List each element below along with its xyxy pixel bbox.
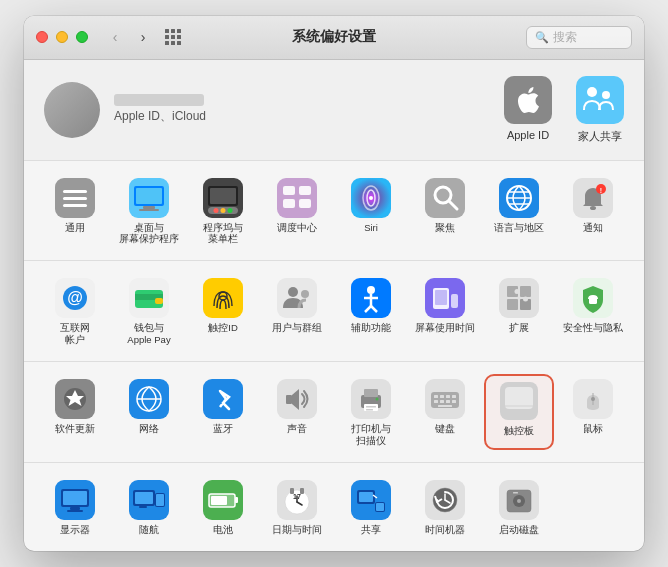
extensions-icon: [498, 277, 540, 319]
icon-sharing[interactable]: 共享: [336, 475, 406, 539]
svg-point-16: [214, 208, 219, 213]
icon-dock[interactable]: 程序坞与菜单栏: [188, 173, 258, 249]
svg-text:!: !: [600, 186, 602, 193]
grid-icon: [165, 29, 181, 45]
mission-icon: [276, 177, 318, 219]
svg-rect-108: [67, 510, 83, 512]
search-box[interactable]: 🔍 搜索: [526, 26, 632, 49]
row3-grid: 软件更新 网络: [40, 374, 628, 450]
icon-displays[interactable]: 显示器: [40, 475, 110, 539]
language-icon: [498, 177, 540, 219]
svg-point-53: [367, 286, 375, 294]
wallet-label: 钱包与Apple Pay: [127, 322, 170, 345]
svg-rect-19: [277, 178, 317, 218]
sound-icon: [276, 378, 318, 420]
extensions-label: 扩展: [509, 322, 529, 333]
timemachine-icon: [424, 479, 466, 521]
profile-name-bar: [114, 94, 204, 106]
icon-language[interactable]: 语言与地区: [484, 173, 554, 249]
icon-internet[interactable]: @ 互联网帐户: [40, 273, 110, 349]
icon-trackpad[interactable]: 触控板: [484, 374, 554, 450]
maximize-button[interactable]: [76, 31, 88, 43]
svg-rect-49: [277, 278, 317, 318]
timemachine-label: 时间机器: [425, 524, 465, 535]
icon-startup[interactable]: 启动磁盘: [484, 475, 554, 539]
svg-rect-90: [446, 395, 450, 398]
svg-rect-4: [63, 190, 87, 193]
datetime-icon: 17: [276, 479, 318, 521]
forward-button[interactable]: ›: [132, 26, 154, 48]
apple-id-icon: [504, 76, 552, 124]
svg-rect-99: [505, 387, 533, 409]
svg-rect-6: [63, 204, 87, 207]
icon-users[interactable]: 用户与群组: [262, 273, 332, 349]
icon-wallet[interactable]: 钱包与Apple Pay: [114, 273, 184, 349]
bluetooth-label: 蓝牙: [213, 423, 233, 434]
svg-rect-94: [446, 400, 450, 403]
icon-touchid[interactable]: 触控ID: [188, 273, 258, 349]
minimize-button[interactable]: [56, 31, 68, 43]
close-button[interactable]: [36, 31, 48, 43]
icon-sound[interactable]: 声音: [262, 374, 332, 450]
icon-notifications[interactable]: ! 通知: [558, 173, 628, 249]
avatar[interactable]: [44, 82, 100, 138]
search-input[interactable]: 搜索: [553, 29, 623, 46]
svg-rect-97: [438, 405, 452, 407]
bluetooth-icon: [202, 378, 244, 420]
svg-rect-64: [520, 286, 531, 297]
icon-accessibility[interactable]: 辅助功能: [336, 273, 406, 349]
datetime-label: 日期与时间: [272, 524, 322, 535]
sharing-label: 共享: [361, 524, 381, 535]
svg-rect-46: [155, 298, 163, 304]
icon-desktop[interactable]: 桌面与屏幕保护程序: [114, 173, 184, 249]
icon-battery[interactable]: 电池: [188, 475, 258, 539]
software-update-icon: [54, 378, 96, 420]
svg-rect-92: [434, 400, 438, 403]
svg-point-68: [523, 297, 528, 302]
titlebar: ‹ › 系统偏好设置 🔍 搜索: [24, 16, 644, 60]
printers-icon: [350, 378, 392, 420]
svg-rect-81: [364, 389, 378, 397]
battery-label: 电池: [213, 524, 233, 535]
desktop-label: 桌面与屏幕保护程序: [119, 222, 179, 245]
icon-security[interactable]: 安全性与隐私: [558, 273, 628, 349]
svg-rect-23: [299, 199, 311, 208]
icon-siri[interactable]: Siri: [336, 173, 406, 249]
icon-datetime[interactable]: 17 日期与时间: [262, 475, 332, 539]
icon-timemachine[interactable]: 时间机器: [410, 475, 480, 539]
sidecar-icon: [128, 479, 170, 521]
icon-software-update[interactable]: 软件更新: [40, 374, 110, 450]
icon-printers[interactable]: 打印机与扫描仪: [336, 374, 406, 450]
icon-general[interactable]: 通用: [40, 173, 110, 249]
svg-rect-83: [366, 406, 376, 408]
svg-rect-112: [139, 506, 147, 508]
icon-sidecar[interactable]: 随航: [114, 475, 184, 539]
displays-icon: [54, 479, 96, 521]
grid-button[interactable]: [162, 26, 184, 48]
profile-section: Apple ID、iCloud Apple ID: [24, 60, 644, 161]
family-sharing-button[interactable]: 家人共享: [576, 76, 624, 144]
svg-rect-139: [513, 492, 518, 494]
icon-screentime[interactable]: 屏幕使用时间: [410, 273, 480, 349]
software-update-label: 软件更新: [55, 423, 95, 434]
svg-rect-117: [211, 496, 227, 505]
svg-rect-76: [203, 379, 243, 419]
svg-text:@: @: [67, 289, 83, 306]
network-label: 网络: [139, 423, 159, 434]
apple-id-button[interactable]: Apple ID: [504, 76, 552, 144]
icon-bluetooth[interactable]: 蓝牙: [188, 374, 258, 450]
svg-point-1: [587, 87, 597, 97]
svg-point-138: [517, 499, 521, 503]
svg-point-27: [369, 196, 373, 200]
icon-keyboard[interactable]: 键盘: [410, 374, 480, 450]
svg-rect-125: [300, 488, 304, 494]
accessibility-label: 辅助功能: [351, 322, 391, 333]
internet-label: 互联网帐户: [60, 322, 90, 345]
svg-point-37: [590, 206, 596, 210]
icon-spotlight[interactable]: 聚焦: [410, 173, 480, 249]
icon-extensions[interactable]: 扩展: [484, 273, 554, 349]
icon-mission[interactable]: 调度中心: [262, 173, 332, 249]
back-button[interactable]: ‹: [104, 26, 126, 48]
icon-network[interactable]: 网络: [114, 374, 184, 450]
icon-mouse[interactable]: 鼠标: [558, 374, 628, 450]
